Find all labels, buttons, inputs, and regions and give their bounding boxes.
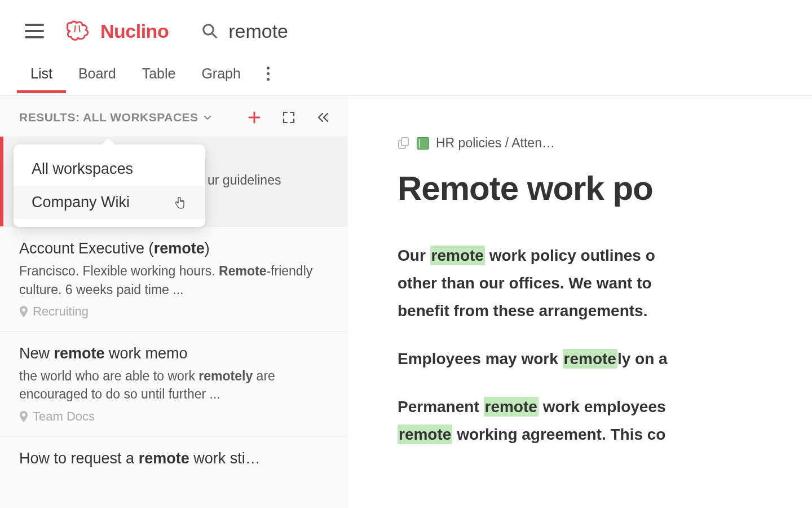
menu-icon[interactable] <box>25 24 44 38</box>
breadcrumb[interactable]: HR policies / Atten… <box>398 135 812 151</box>
pin-icon <box>19 306 28 317</box>
document-paragraph: Permanent remote work employees remote w… <box>398 393 812 448</box>
document-panel: HR policies / Atten… Remote work po Our … <box>348 96 812 508</box>
results-header: RESULTS: ALL WORKSPACES <box>0 96 348 137</box>
result-item[interactable]: New remote work memo the world who are a… <box>0 332 348 437</box>
result-title: Account Executive (remote) <box>19 238 329 259</box>
document-paragraph: Our remote work policy outlines o other … <box>398 242 812 325</box>
result-title: How to request a remote work sti… <box>19 448 329 468</box>
document-body: Our remote work policy outlines o other … <box>398 242 812 448</box>
breadcrumb-text: HR policies / Atten… <box>436 135 555 151</box>
workspace-filter-dropdown: All workspaces Company Wiki <box>14 144 205 227</box>
result-title: New remote work memo <box>19 343 329 364</box>
tab-list[interactable]: List <box>30 65 52 92</box>
document-title: Remote work po <box>398 169 812 208</box>
result-workspace: Team Docs <box>19 409 329 424</box>
tab-board[interactable]: Board <box>78 65 116 92</box>
results-sidebar: RESULTS: ALL WORKSPACES <box>0 96 348 508</box>
workspace-book-icon <box>417 137 429 150</box>
pin-icon <box>19 411 28 422</box>
tab-graph[interactable]: Graph <box>201 65 240 92</box>
dropdown-option-company-wiki[interactable]: Company Wiki <box>14 186 205 219</box>
result-snippet-fragment: ur guidelines <box>208 173 281 188</box>
search-icon[interactable] <box>201 23 218 40</box>
result-snippet: the world who are able to work remotely … <box>19 367 329 403</box>
chevron-down-icon <box>203 113 212 122</box>
svg-rect-5 <box>401 138 408 146</box>
result-snippet: Francisco. Flexible working hours. Remot… <box>19 262 329 298</box>
app-logo[interactable]: Nuclino <box>64 20 169 42</box>
add-icon[interactable] <box>248 111 261 124</box>
svg-line-1 <box>212 33 217 38</box>
dropdown-option-all-workspaces[interactable]: All workspaces <box>14 152 205 186</box>
results-actions <box>248 111 330 124</box>
search-bar <box>201 20 454 42</box>
expand-icon[interactable] <box>283 111 295 124</box>
tab-table[interactable]: Table <box>142 65 176 92</box>
result-workspace: Recruiting <box>19 304 329 319</box>
results-scope-dropdown[interactable]: RESULTS: ALL WORKSPACES <box>19 111 212 124</box>
search-input[interactable] <box>228 20 454 42</box>
brain-logo-icon <box>64 20 95 42</box>
tab-more-icon[interactable] <box>267 67 270 91</box>
collapse-sidebar-icon[interactable] <box>316 111 330 124</box>
cursor-pointer-icon <box>175 196 185 209</box>
search-highlight: remote <box>430 246 485 265</box>
results-scope-label: RESULTS: ALL WORKSPACES <box>19 111 198 124</box>
search-highlight: remote <box>484 397 539 417</box>
search-highlight: remote <box>563 349 617 369</box>
result-item[interactable]: Account Executive (remote) Francisco. Fl… <box>0 227 348 332</box>
view-tabs: List Board Table Graph <box>0 62 812 96</box>
copy-icon <box>398 137 410 150</box>
document-paragraph: Employees may work remotely on a <box>398 345 812 373</box>
dropdown-option-label: Company Wiki <box>32 194 130 211</box>
search-highlight: remote <box>398 424 452 444</box>
app-header: Nuclino <box>0 0 812 62</box>
brand-name: Nuclino <box>100 20 169 42</box>
main-area: RESULTS: ALL WORKSPACES <box>0 96 812 508</box>
result-item[interactable]: How to request a remote work sti… <box>0 437 348 484</box>
